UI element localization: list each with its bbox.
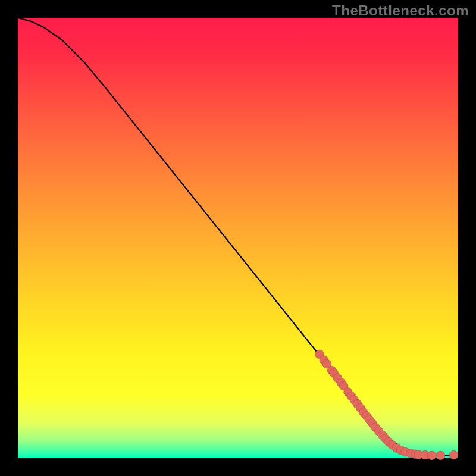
chart-stage: TheBottleneck.com — [0, 0, 476, 476]
data-points-group — [315, 350, 458, 460]
plot-overlay-svg — [18, 18, 458, 458]
data-point — [436, 451, 445, 460]
watermark-text: TheBottleneck.com — [332, 2, 469, 19]
bottleneck-curve — [18, 18, 458, 456]
data-point — [449, 450, 458, 459]
plot-area — [18, 18, 458, 458]
data-point — [427, 451, 436, 460]
